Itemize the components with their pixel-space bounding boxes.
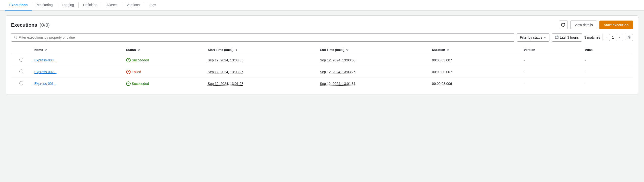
row-radio-cell [11,66,31,78]
row-radio-cell [11,78,31,90]
search-container [11,33,514,42]
status-badge: ✓ Succeeded [126,81,149,86]
row-duration-cell: 00:00:00.007 [429,66,521,78]
row-end-time-cell: Sep 12, 2024, 13:03:58 [317,54,429,66]
col-status-label: Status [126,48,136,52]
row-name-cell: Express-002... [31,66,123,78]
table-settings-button[interactable] [626,34,633,41]
col-header-duration[interactable]: Duration ▽ [429,45,521,54]
status-badge: ✓ Succeeded [126,58,149,62]
tab-logging[interactable]: Logging [57,0,78,10]
filters-row: Filter by status ▼ Last 3 hours 3 matche… [11,33,633,42]
col-start-label: Start Time (local) [208,48,234,52]
col-alias-label: Alias [585,48,592,52]
status-icon: ✕ [126,70,130,74]
table-row: Express-002... ✕ Failed Sep 12, 2024, 13… [11,66,633,78]
end-time-value: Sep 12, 2024, 13:03:26 [320,70,356,74]
panel-title: Executions [11,22,37,28]
col-header-check [11,45,31,54]
row-duration-cell: 00:00:03.006 [429,78,521,90]
time-range-label: Last 3 hours [560,35,579,39]
status-icon: ✓ [126,81,130,86]
duration-value: 00:00:00.007 [432,70,452,74]
table-row: Express-003... ✓ Succeeded Sep 12, 2024,… [11,54,633,66]
col-name-label: Name [34,48,43,52]
row-version-cell: - [521,78,582,90]
row-start-time-cell: Sep 12, 2024, 13:03:55 [205,54,317,66]
refresh-icon [562,23,565,27]
row-name-cell: Express-003... [31,54,123,66]
row-end-time-cell: Sep 12, 2024, 13:01:31 [317,78,429,90]
panel-actions: View details Start execution [559,20,633,29]
tab-monitoring[interactable]: Monitoring [32,0,57,10]
settings-icon [628,35,631,40]
col-start-sort-icon: ▼ [235,49,238,51]
start-execution-button[interactable]: Start execution [600,20,633,29]
status-label: Succeeded [132,82,149,86]
tabs-bar: Executions Monitoring Logging Definition… [0,0,644,10]
tab-versions[interactable]: Versions [122,0,144,10]
refresh-button[interactable] [559,20,568,29]
main-content: Executions (0/3) View details Start exec… [0,10,644,99]
row-radio-0[interactable] [19,58,23,62]
row-status-cell: ✓ Succeeded [123,78,205,90]
next-page-button[interactable]: › [616,34,623,41]
tab-definition[interactable]: Definition [79,0,102,10]
status-icon: ✓ [126,58,130,62]
status-label: Succeeded [132,58,149,62]
panel-title-count: (0/3) [40,22,50,28]
execution-link[interactable]: Express-002... [34,70,56,74]
row-radio-cell [11,54,31,66]
search-input[interactable] [18,35,512,39]
col-name-sort-icon: ▽ [45,49,47,51]
execution-link[interactable]: Express-001... [34,82,56,86]
alias-value: - [585,82,586,86]
start-time-value: Sep 12, 2024, 13:01:28 [208,82,244,86]
calendar-icon [555,35,558,40]
filter-status-label: Filter by status [520,35,542,39]
col-duration-label: Duration [432,48,445,52]
execution-link[interactable]: Express-003... [34,58,56,62]
table-row: Express-001... ✓ Succeeded Sep 12, 2024,… [11,78,633,90]
tab-aliases[interactable]: Aliases [102,0,122,10]
row-start-time-cell: Sep 12, 2024, 13:03:26 [205,66,317,78]
filter-status-caret: ▼ [544,36,546,39]
row-alias-cell: - [582,54,633,66]
svg-line-1 [16,38,17,39]
panel-header: Executions (0/3) View details Start exec… [11,20,633,29]
row-status-cell: ✕ Failed [123,66,205,78]
svg-rect-2 [555,36,558,39]
duration-value: 00:00:03.007 [432,58,452,62]
row-status-cell: ✓ Succeeded [123,54,205,66]
filter-status-button[interactable]: Filter by status ▼ [517,33,550,42]
start-time-value: Sep 12, 2024, 13:03:26 [208,70,244,74]
row-alias-cell: - [582,66,633,78]
row-duration-cell: 00:00:03.007 [429,54,521,66]
status-badge: ✕ Failed [126,70,141,74]
tab-tags[interactable]: Tags [144,0,160,10]
row-version-cell: - [521,54,582,66]
view-details-button[interactable]: View details [570,20,597,29]
col-header-start-time[interactable]: Start Time (local) ▼ [205,45,317,54]
version-value: - [524,70,525,74]
row-radio-1[interactable] [19,69,23,73]
tab-executions[interactable]: Executions [5,0,32,10]
end-time-value: Sep 12, 2024, 13:03:58 [320,58,356,62]
time-range-button[interactable]: Last 3 hours [552,33,582,42]
panel-title-group: Executions (0/3) [11,22,50,28]
svg-point-6 [629,37,630,38]
col-header-status[interactable]: Status ▽ [123,45,205,54]
alias-value: - [585,70,586,74]
col-version-label: Version [524,48,535,52]
version-value: - [524,82,525,86]
col-status-sort-icon: ▽ [138,49,140,51]
row-version-cell: - [521,66,582,78]
prev-page-button[interactable]: ‹ [602,34,610,41]
end-time-value: Sep 12, 2024, 13:01:31 [320,82,356,86]
row-radio-2[interactable] [19,81,23,85]
pagination-controls: ‹ 1 › [602,34,623,41]
col-duration-sort-icon: ▽ [447,49,449,51]
col-header-name[interactable]: Name ▽ [31,45,123,54]
col-header-end-time[interactable]: End Time (local) ▽ [317,45,429,54]
status-label: Failed [132,70,141,74]
